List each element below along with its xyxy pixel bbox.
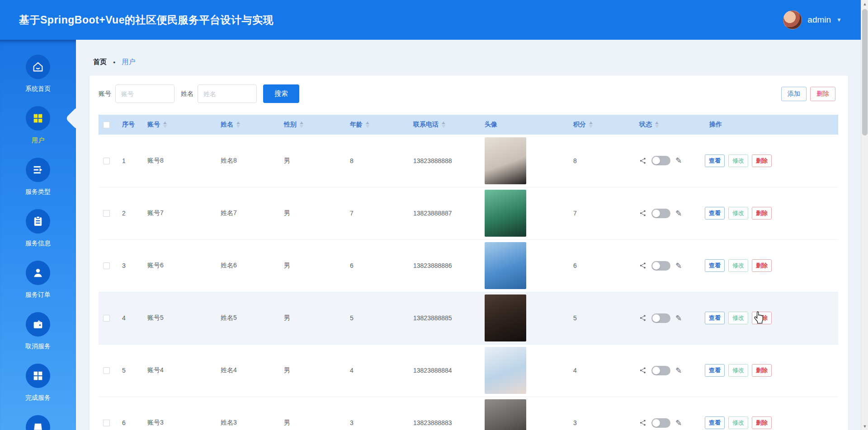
sidebar-item-label: 用户: [32, 136, 44, 145]
sidebar-item-service-info[interactable]: 服务信息: [0, 207, 76, 258]
cell-account: 账号4: [143, 344, 216, 397]
row-actions: 查看 修改 删除: [705, 312, 838, 324]
breadcrumb-home[interactable]: 首页: [93, 58, 107, 66]
sort-caret-icon[interactable]: [300, 122, 303, 128]
sidebar-item-users[interactable]: 用户: [0, 104, 76, 155]
sidebar-item-partial-bottom[interactable]: [0, 413, 76, 430]
sort-caret-icon[interactable]: [236, 122, 240, 128]
row-checkbox[interactable]: [103, 158, 110, 164]
edit-pencil-icon[interactable]: ✎: [675, 367, 682, 374]
row-checkbox[interactable]: [103, 420, 110, 426]
share-icon[interactable]: [639, 262, 646, 269]
sidebar-item-service-type[interactable]: 服务类型: [0, 155, 76, 207]
row-actions: 查看 修改 删除: [705, 416, 838, 429]
view-button[interactable]: 查看: [705, 154, 725, 167]
sidebar-item-label: 取消服务: [25, 342, 51, 351]
sort-caret-icon[interactable]: [655, 122, 659, 128]
row-delete-button[interactable]: 删除: [752, 312, 772, 324]
vertical-scrollbar[interactable]: ▲ ▼: [861, 0, 868, 430]
edit-button[interactable]: 修改: [728, 207, 748, 220]
status-cell: ✎: [639, 313, 705, 323]
sort-caret-icon[interactable]: [366, 122, 369, 128]
cell-age: 7: [345, 187, 409, 239]
view-button[interactable]: 查看: [705, 207, 725, 220]
cell-gender: 男: [279, 292, 345, 344]
view-button[interactable]: 查看: [705, 312, 725, 324]
status-toggle[interactable]: [651, 366, 670, 375]
edit-pencil-icon[interactable]: ✎: [675, 314, 682, 322]
status-toggle[interactable]: [651, 209, 670, 218]
status-toggle[interactable]: [651, 418, 670, 428]
row-delete-button[interactable]: 删除: [752, 364, 772, 377]
column-header-gender[interactable]: 性别: [279, 115, 345, 135]
cell-name: 姓名4: [216, 344, 279, 397]
sidebar-item-cancel-service[interactable]: 取消服务: [0, 310, 76, 361]
scroll-up-icon[interactable]: ▲: [861, 0, 868, 8]
cell-gender: 男: [279, 344, 345, 397]
scrollbar-thumb[interactable]: [862, 9, 868, 136]
row-delete-button[interactable]: 删除: [752, 416, 772, 429]
share-icon[interactable]: [639, 210, 646, 217]
column-label: 联系电话: [413, 121, 439, 129]
user-avatar[interactable]: [783, 10, 802, 29]
row-delete-button[interactable]: 删除: [752, 207, 772, 220]
cell-name: 姓名5: [216, 292, 279, 344]
column-header-status[interactable]: 状态: [635, 115, 705, 135]
user-menu[interactable]: admin ▼: [783, 10, 842, 29]
add-button[interactable]: 添加: [781, 87, 807, 101]
row-checkbox[interactable]: [103, 210, 110, 217]
breadcrumb: 首页 ● 用户: [76, 40, 861, 66]
avatar: [485, 399, 526, 430]
row-delete-button[interactable]: 删除: [752, 259, 772, 272]
share-icon[interactable]: [639, 367, 646, 374]
sort-caret-icon[interactable]: [163, 122, 167, 128]
breadcrumb-current[interactable]: 用户: [122, 58, 135, 66]
edit-button[interactable]: 修改: [728, 416, 748, 429]
account-input[interactable]: [115, 84, 175, 103]
column-header-phone[interactable]: 联系电话: [409, 115, 480, 135]
column-header-points[interactable]: 积分: [569, 115, 635, 135]
select-all-checkbox[interactable]: [103, 122, 110, 128]
row-checkbox[interactable]: [103, 262, 110, 269]
sidebar-item-service-order[interactable]: 服务订单: [0, 258, 76, 310]
scroll-down-icon[interactable]: ▼: [861, 422, 868, 430]
row-actions: 查看 修改 删除: [705, 364, 838, 377]
row-delete-button[interactable]: 删除: [752, 154, 772, 167]
name-label: 姓名: [181, 90, 193, 98]
cell-name: 姓名6: [216, 239, 279, 292]
edit-pencil-icon[interactable]: ✎: [675, 419, 682, 427]
edit-pencil-icon[interactable]: ✎: [675, 262, 682, 270]
view-button[interactable]: 查看: [705, 416, 725, 429]
sidebar-item-home[interactable]: 系统首页: [0, 52, 76, 104]
edit-pencil-icon[interactable]: ✎: [675, 210, 682, 217]
table-row: 5 账号4 姓名4 男 4 13823888884 4 ✎ 查看 修改 删除: [99, 344, 838, 397]
edit-pencil-icon[interactable]: ✎: [675, 157, 682, 164]
row-checkbox[interactable]: [103, 315, 110, 322]
sidebar-item-done-service[interactable]: 完成服务: [0, 361, 76, 413]
status-toggle[interactable]: [651, 156, 670, 165]
table-row: 3 账号6 姓名6 男 6 13823888886 6 ✎ 查看 修改 删除: [99, 239, 838, 292]
edit-button[interactable]: 修改: [728, 154, 748, 167]
view-button[interactable]: 查看: [705, 259, 725, 272]
search-button[interactable]: 搜索: [263, 84, 299, 103]
status-toggle[interactable]: [651, 261, 670, 271]
cell-points: 7: [569, 187, 635, 239]
share-icon[interactable]: [639, 419, 646, 426]
edit-button[interactable]: 修改: [728, 364, 748, 377]
delete-button[interactable]: 删除: [810, 87, 835, 101]
row-checkbox[interactable]: [103, 367, 110, 374]
column-header-account[interactable]: 账号: [143, 115, 216, 135]
sort-caret-icon[interactable]: [589, 122, 593, 128]
sort-caret-icon[interactable]: [442, 122, 445, 128]
share-icon[interactable]: [639, 314, 646, 322]
edit-button[interactable]: 修改: [728, 312, 748, 324]
name-input[interactable]: [198, 84, 257, 103]
view-button[interactable]: 查看: [705, 364, 725, 377]
edit-button[interactable]: 修改: [728, 259, 748, 272]
status-toggle[interactable]: [651, 313, 670, 323]
column-header-name[interactable]: 姓名: [216, 115, 279, 135]
column-header-age[interactable]: 年龄: [345, 115, 409, 135]
share-icon[interactable]: [639, 157, 646, 164]
user-name[interactable]: admin: [807, 15, 831, 25]
cell-age: 6: [345, 239, 409, 292]
